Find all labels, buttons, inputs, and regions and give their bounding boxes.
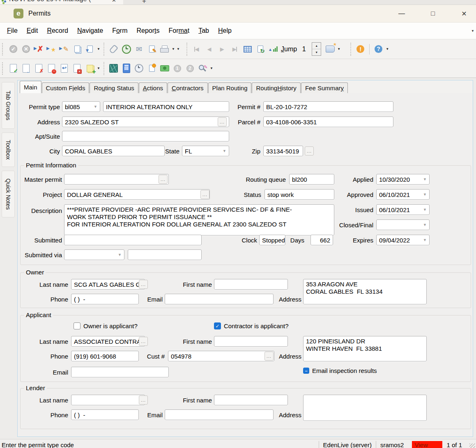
- menu-format[interactable]: Format: [164, 27, 194, 34]
- owner-last-name-field[interactable]: SCG ATLAS GABLES GRAN: [71, 279, 145, 290]
- clock-button[interactable]: [133, 62, 145, 75]
- edit-record-button[interactable]: ▶✎: [58, 42, 71, 56]
- lender-email-field[interactable]: [165, 409, 274, 420]
- owner-first-name-field[interactable]: [214, 279, 288, 290]
- parcel-field[interactable]: 03-4108-006-3351: [263, 117, 393, 127]
- copy-flag-button[interactable]: [145, 62, 158, 75]
- clock-field[interactable]: Stopped: [259, 235, 285, 245]
- refresh-button[interactable]: ↻: [254, 42, 267, 56]
- owner-lookup-button[interactable]: ...: [139, 280, 148, 289]
- cash-drawer-button[interactable]: [158, 62, 171, 75]
- permit-number-field[interactable]: BL-20-10-7272: [263, 101, 393, 112]
- table-view-button[interactable]: [241, 42, 254, 56]
- tab-plan-routing[interactable]: Plan Routing: [208, 82, 252, 93]
- issued-date-field[interactable]: 06/10/2021▼: [376, 204, 430, 215]
- submitted-via-field[interactable]: [128, 249, 202, 260]
- map-button[interactable]: [107, 62, 120, 75]
- quick-notes-dropdown-icon[interactable]: ▼: [336, 42, 341, 56]
- cancel-button[interactable]: ✕: [20, 42, 32, 56]
- tools-dropdown-icon[interactable]: ▼: [209, 62, 214, 75]
- master-permit-field[interactable]: [64, 174, 169, 185]
- spin-up-icon[interactable]: ▲: [312, 43, 321, 49]
- calculator-button[interactable]: [120, 62, 133, 75]
- previous-record-button[interactable]: ◀: [203, 42, 216, 56]
- master-permit-lookup-button[interactable]: ...: [159, 175, 168, 184]
- menu-tab[interactable]: Tab: [194, 27, 214, 34]
- new-tab-icon[interactable]: +: [142, 0, 146, 5]
- output-dropdown-icon[interactable]: ▼: [176, 42, 181, 56]
- lender-lookup-button[interactable]: ...: [139, 395, 148, 405]
- cust-number-lookup-button[interactable]: ...: [264, 352, 274, 361]
- record-tools-dropdown-icon[interactable]: ▼: [96, 42, 101, 56]
- permit-type-code-field[interactable]: bl085▼: [62, 101, 100, 112]
- email-inspection-results-checkbox[interactable]: –: [303, 368, 309, 374]
- sidebar-item-quick-notes[interactable]: Quick Notes: [2, 171, 15, 217]
- routing-queue-field[interactable]: bl200: [289, 174, 334, 185]
- reject-document-button[interactable]: ✗: [32, 62, 45, 75]
- new-record-button[interactable]: ▶*: [45, 42, 58, 56]
- state-field[interactable]: FL▼: [182, 146, 229, 156]
- accept-button[interactable]: ✓: [7, 42, 20, 56]
- spin-down-icon[interactable]: ▼: [312, 49, 321, 55]
- tools-button[interactable]: ✎: [196, 62, 209, 75]
- approved-date-field[interactable]: 06/10/2021▼: [376, 189, 430, 200]
- browser-tab[interactable]: NOVI-23-08-2944-Manage ( ✕: [0, 0, 123, 5]
- quick-notes-button[interactable]: [324, 42, 336, 56]
- approve-document-button[interactable]: ✓: [7, 62, 20, 75]
- tab-routing-status[interactable]: Routing Status: [90, 82, 138, 93]
- close-icon[interactable]: ✕: [459, 10, 469, 18]
- applied-date-field[interactable]: 10/30/2020▼: [376, 174, 430, 185]
- add-note-button[interactable]: [83, 62, 96, 75]
- mail-button[interactable]: ✉: [133, 42, 145, 56]
- owner-address-field[interactable]: 353 ARAGON AVE CORAL GABLES FL 33134: [303, 279, 427, 304]
- filter-button[interactable]: ▼: [83, 42, 96, 56]
- menu-edit[interactable]: Edit: [22, 27, 43, 34]
- sidebar-item-toolbox[interactable]: Toolbox: [2, 133, 15, 167]
- menu-overflow-icon[interactable]: ▼: [471, 29, 474, 33]
- applicant-first-name-field[interactable]: [214, 336, 288, 347]
- help-dropdown-icon[interactable]: ▼: [385, 42, 390, 56]
- maximize-icon[interactable]: □: [428, 10, 438, 17]
- status-field[interactable]: stop work: [264, 189, 334, 200]
- toolbar-grip-icon[interactable]: [2, 62, 5, 75]
- menu-reports[interactable]: Reports: [132, 27, 164, 34]
- copy-record-button[interactable]: [71, 42, 83, 56]
- days-field[interactable]: 662: [310, 235, 333, 245]
- menu-navigate[interactable]: Navigate: [73, 27, 108, 34]
- first-record-button[interactable]: ◀: [190, 42, 203, 56]
- sort-graph-button[interactable]: ▲: [267, 42, 279, 56]
- applicant-address-field[interactable]: 120 PINEISLAND DR WINTER HAVEN FL 33881: [303, 336, 427, 361]
- address-lookup-button[interactable]: ...: [218, 117, 227, 126]
- attachments-button[interactable]: [107, 42, 120, 56]
- cust-number-field[interactable]: 054978: [168, 351, 274, 361]
- alerts-button[interactable]: !: [354, 42, 367, 56]
- owner-is-applicant-checkbox[interactable]: [74, 322, 80, 329]
- owner-email-field[interactable]: [165, 294, 274, 304]
- notes-dropdown-icon[interactable]: ▼: [96, 62, 101, 75]
- jump-spinner[interactable]: ▲▼: [312, 42, 321, 56]
- menu-form[interactable]: Form: [108, 27, 132, 34]
- tab-contractors[interactable]: Contractors: [168, 82, 208, 93]
- delete-record-button[interactable]: ▶✗: [32, 42, 45, 56]
- minimize-icon[interactable]: —: [396, 10, 407, 17]
- lender-address-field[interactable]: [303, 395, 427, 421]
- resize-grip-icon[interactable]: [469, 443, 475, 448]
- globe-2-button[interactable]: 2: [184, 62, 196, 75]
- zip-lookup-button[interactable]: ...: [305, 146, 314, 155]
- applicant-phone-field[interactable]: (919) 601-9068: [71, 351, 139, 361]
- print-button[interactable]: [158, 42, 171, 56]
- toolbar-grip-icon[interactable]: [2, 43, 5, 55]
- applicant-lookup-button[interactable]: ...: [139, 337, 148, 346]
- submitted-via-select[interactable]: ▼: [64, 249, 124, 260]
- project-field[interactable]: DOLLAR GENERAL: [64, 189, 210, 200]
- undo-document-button[interactable]: ↩: [58, 62, 71, 75]
- applicant-email-field[interactable]: [71, 367, 169, 377]
- print-dropdown-icon[interactable]: ▼: [171, 42, 176, 56]
- sidebar-item-tab-groups[interactable]: Tab Groups: [2, 82, 15, 129]
- tab-fee-summary[interactable]: Fee Summary: [301, 82, 348, 93]
- last-record-button[interactable]: ▶: [228, 42, 241, 56]
- globe-1-button[interactable]: 1: [171, 62, 184, 75]
- history-button[interactable]: [120, 42, 133, 56]
- lender-last-name-field[interactable]: [71, 395, 145, 405]
- project-lookup-button[interactable]: ...: [200, 190, 209, 199]
